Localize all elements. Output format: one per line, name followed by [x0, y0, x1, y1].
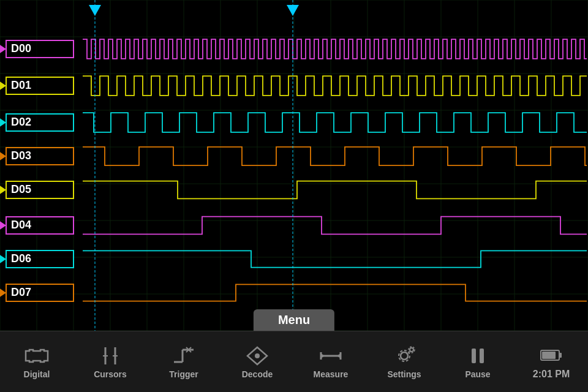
svg-rect-20	[472, 349, 476, 363]
toolbar-cursors[interactable]: Cursors	[74, 331, 147, 392]
trigger-icon	[172, 345, 196, 367]
toolbar-settings[interactable]: Settings	[368, 331, 441, 392]
toolbar-time: 2:01 PM	[514, 331, 588, 392]
svg-rect-23	[559, 353, 562, 358]
cursor2[interactable]	[287, 5, 299, 16]
decode-label: Decode	[242, 369, 273, 379]
toolbar-decode[interactable]: Decode	[221, 331, 294, 392]
pause-icon	[466, 345, 490, 367]
svg-rect-21	[480, 349, 484, 363]
toolbar-digital[interactable]: Digital	[0, 331, 74, 392]
svg-point-16	[401, 352, 408, 360]
svg-point-10	[255, 353, 260, 358]
cursors-label: Cursors	[94, 369, 127, 379]
oscilloscope-display: Menu	[0, 0, 588, 331]
menu-button[interactable]: Menu	[254, 309, 334, 331]
battery-icon	[539, 344, 564, 366]
trigger-label: Trigger	[169, 369, 198, 379]
svg-marker-15	[337, 353, 341, 358]
decode-icon	[245, 345, 270, 367]
svg-point-18	[410, 348, 413, 352]
toolbar-trigger[interactable]: Trigger	[147, 331, 221, 392]
settings-label: Settings	[387, 369, 421, 379]
svg-rect-24	[542, 352, 556, 359]
cursors-icon	[98, 345, 123, 367]
time-display: 2:01 PM	[533, 369, 570, 380]
pause-label: Pause	[465, 369, 490, 379]
toolbar-pause[interactable]: Pause	[441, 331, 514, 392]
cursor1[interactable]	[89, 5, 101, 16]
measure-icon	[318, 345, 343, 367]
digital-icon	[24, 345, 49, 367]
toolbar-measure[interactable]: Measure	[294, 331, 368, 392]
toolbar: Digital Cursors Trigger Decode	[0, 331, 588, 392]
settings-icon	[392, 345, 417, 367]
measure-label: Measure	[314, 369, 349, 379]
digital-label: Digital	[24, 369, 50, 379]
svg-marker-14	[321, 353, 325, 358]
